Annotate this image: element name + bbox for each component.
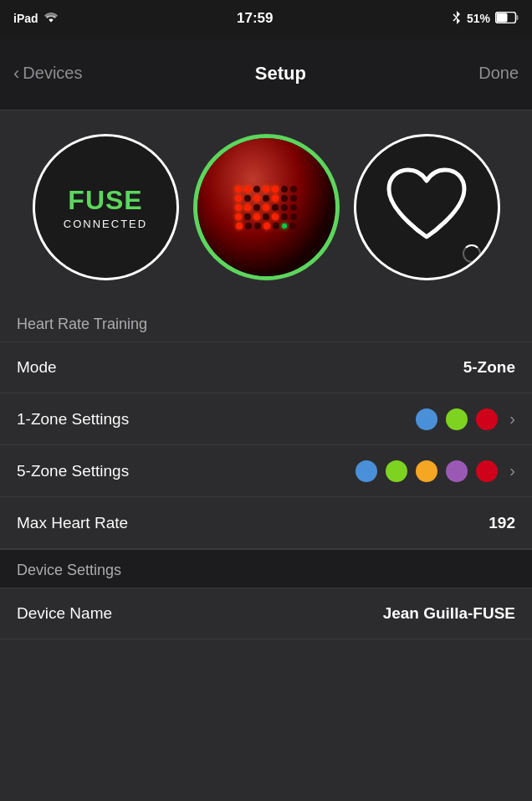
fuse-sublabel: CONNECTED [64,218,147,230]
device-name-label: Device Name [17,604,112,623]
svg-rect-1 [517,15,519,20]
mode-right: 5-Zone [463,358,515,377]
carrier-label: iPad [13,12,38,25]
status-left: iPad [13,12,59,26]
five-zone-row[interactable]: 5-Zone Settings › [0,445,532,497]
five-zone-right: › [356,460,515,482]
device-name-value: Jean Guilla-FUSE [383,604,515,623]
one-zone-color-2 [446,408,468,430]
one-zone-color-1 [416,408,437,430]
heart-rate-settings-group: Mode 5-Zone 1-Zone Settings › 5-Zone Set… [0,341,532,549]
device-name-right: Jean Guilla-FUSE [383,604,515,623]
one-zone-chevron-icon: › [509,409,515,429]
svg-rect-2 [497,13,508,22]
watch-visual [197,138,335,276]
mode-row[interactable]: Mode 5-Zone [0,341,532,393]
back-button[interactable]: ‹ Devices [13,63,82,85]
done-button[interactable]: Done [478,64,519,83]
max-heart-rate-label: Max Heart Rate [17,514,128,532]
wifi-icon [43,12,59,26]
fuse-label: FUSE [68,185,142,216]
status-bar: iPad 17:59 51% [0,0,532,37]
five-zone-color-5 [476,460,498,482]
battery-percent: 51% [467,12,490,25]
device-settings-section-header: Device Settings [0,549,532,588]
status-right: 51% [452,10,519,28]
five-zone-label: 5-Zone Settings [17,462,129,480]
heart-device-circle[interactable] [354,134,500,280]
five-zone-chevron-icon: › [509,461,515,480]
five-zone-color-2 [386,460,407,482]
nav-bar: ‹ Devices Setup Done [0,37,532,110]
bluetooth-icon [452,10,462,28]
device-settings-group: Device Name Jean Guilla-FUSE [0,588,532,639]
watch-device-circle[interactable] [193,134,340,280]
back-label: Devices [23,64,82,83]
max-heart-rate-right: 192 [489,514,515,532]
fuse-device-circle[interactable]: FUSE CONNECTED [33,134,179,280]
battery-icon [495,12,519,26]
five-zone-color-1 [356,460,377,482]
one-zone-row[interactable]: 1-Zone Settings › [0,393,532,445]
device-name-row[interactable]: Device Name Jean Guilla-FUSE [0,588,532,639]
one-zone-right: › [416,408,515,430]
back-chevron-icon: ‹ [13,63,19,85]
loading-spinner [463,244,481,263]
one-zone-label: 1-Zone Settings [17,410,129,429]
devices-row: FUSE CONNECTED [0,110,532,304]
five-zone-color-3 [416,460,437,482]
five-zone-color-4 [446,460,468,482]
max-heart-rate-row[interactable]: Max Heart Rate 192 [0,497,532,549]
heart-rate-section-header: Heart Rate Training [0,304,532,341]
page-title: Setup [255,63,306,85]
max-heart-rate-value: 192 [489,514,515,532]
status-time: 17:59 [237,10,273,27]
heart-icon [381,166,473,249]
mode-value: 5-Zone [463,358,515,377]
one-zone-color-3 [476,408,498,430]
mode-label: Mode [17,358,57,377]
